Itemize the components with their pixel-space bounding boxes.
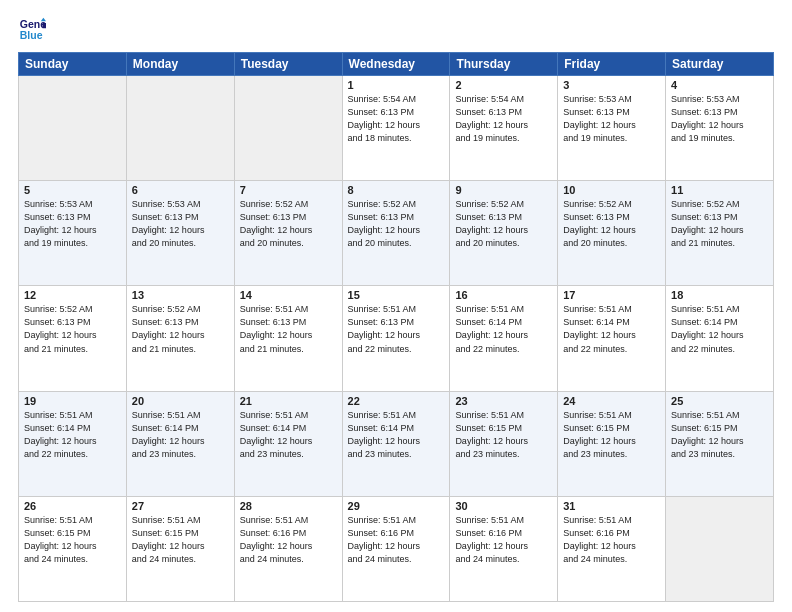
calendar-day-cell: 17Sunrise: 5:51 AM Sunset: 6:14 PM Dayli…	[558, 286, 666, 391]
day-number: 26	[24, 500, 121, 512]
calendar-day-cell: 23Sunrise: 5:51 AM Sunset: 6:15 PM Dayli…	[450, 391, 558, 496]
day-number: 9	[455, 184, 552, 196]
day-info: Sunrise: 5:52 AM Sunset: 6:13 PM Dayligh…	[455, 198, 552, 250]
calendar-day-cell: 1Sunrise: 5:54 AM Sunset: 6:13 PM Daylig…	[342, 76, 450, 181]
day-info: Sunrise: 5:51 AM Sunset: 6:14 PM Dayligh…	[24, 409, 121, 461]
day-info: Sunrise: 5:52 AM Sunset: 6:13 PM Dayligh…	[671, 198, 768, 250]
calendar-week-row: 19Sunrise: 5:51 AM Sunset: 6:14 PM Dayli…	[19, 391, 774, 496]
calendar-day-cell: 19Sunrise: 5:51 AM Sunset: 6:14 PM Dayli…	[19, 391, 127, 496]
day-number: 8	[348, 184, 445, 196]
day-number: 10	[563, 184, 660, 196]
calendar-day-cell: 28Sunrise: 5:51 AM Sunset: 6:16 PM Dayli…	[234, 496, 342, 601]
logo-icon: General Blue	[18, 16, 46, 44]
day-info: Sunrise: 5:54 AM Sunset: 6:13 PM Dayligh…	[455, 93, 552, 145]
calendar-day-cell: 21Sunrise: 5:51 AM Sunset: 6:14 PM Dayli…	[234, 391, 342, 496]
day-number: 28	[240, 500, 337, 512]
weekday-header: Saturday	[666, 53, 774, 76]
day-number: 24	[563, 395, 660, 407]
weekday-header: Monday	[126, 53, 234, 76]
day-number: 1	[348, 79, 445, 91]
calendar-day-cell: 25Sunrise: 5:51 AM Sunset: 6:15 PM Dayli…	[666, 391, 774, 496]
day-info: Sunrise: 5:51 AM Sunset: 6:14 PM Dayligh…	[563, 303, 660, 355]
calendar-day-cell: 18Sunrise: 5:51 AM Sunset: 6:14 PM Dayli…	[666, 286, 774, 391]
day-number: 7	[240, 184, 337, 196]
day-number: 16	[455, 289, 552, 301]
day-number: 2	[455, 79, 552, 91]
calendar-day-cell: 4Sunrise: 5:53 AM Sunset: 6:13 PM Daylig…	[666, 76, 774, 181]
calendar-day-cell: 10Sunrise: 5:52 AM Sunset: 6:13 PM Dayli…	[558, 181, 666, 286]
day-info: Sunrise: 5:51 AM Sunset: 6:15 PM Dayligh…	[24, 514, 121, 566]
day-info: Sunrise: 5:53 AM Sunset: 6:13 PM Dayligh…	[671, 93, 768, 145]
day-number: 22	[348, 395, 445, 407]
calendar-day-cell: 29Sunrise: 5:51 AM Sunset: 6:16 PM Dayli…	[342, 496, 450, 601]
day-number: 6	[132, 184, 229, 196]
calendar-day-cell: 12Sunrise: 5:52 AM Sunset: 6:13 PM Dayli…	[19, 286, 127, 391]
day-info: Sunrise: 5:53 AM Sunset: 6:13 PM Dayligh…	[24, 198, 121, 250]
day-number: 17	[563, 289, 660, 301]
day-number: 3	[563, 79, 660, 91]
calendar-day-cell: 11Sunrise: 5:52 AM Sunset: 6:13 PM Dayli…	[666, 181, 774, 286]
page: General Blue SundayMondayTuesdayWednesda…	[0, 0, 792, 612]
day-info: Sunrise: 5:51 AM Sunset: 6:15 PM Dayligh…	[455, 409, 552, 461]
day-info: Sunrise: 5:53 AM Sunset: 6:13 PM Dayligh…	[132, 198, 229, 250]
day-number: 14	[240, 289, 337, 301]
svg-text:Blue: Blue	[20, 29, 43, 41]
weekday-header: Tuesday	[234, 53, 342, 76]
calendar-week-row: 5Sunrise: 5:53 AM Sunset: 6:13 PM Daylig…	[19, 181, 774, 286]
day-number: 21	[240, 395, 337, 407]
day-info: Sunrise: 5:51 AM Sunset: 6:16 PM Dayligh…	[455, 514, 552, 566]
calendar-day-cell: 7Sunrise: 5:52 AM Sunset: 6:13 PM Daylig…	[234, 181, 342, 286]
calendar-header-row: SundayMondayTuesdayWednesdayThursdayFrid…	[19, 53, 774, 76]
calendar-day-cell: 15Sunrise: 5:51 AM Sunset: 6:13 PM Dayli…	[342, 286, 450, 391]
calendar-day-cell: 3Sunrise: 5:53 AM Sunset: 6:13 PM Daylig…	[558, 76, 666, 181]
calendar-day-cell: 26Sunrise: 5:51 AM Sunset: 6:15 PM Dayli…	[19, 496, 127, 601]
weekday-header: Thursday	[450, 53, 558, 76]
day-number: 19	[24, 395, 121, 407]
calendar-day-cell: 8Sunrise: 5:52 AM Sunset: 6:13 PM Daylig…	[342, 181, 450, 286]
day-number: 15	[348, 289, 445, 301]
calendar-week-row: 1Sunrise: 5:54 AM Sunset: 6:13 PM Daylig…	[19, 76, 774, 181]
calendar-day-cell: 22Sunrise: 5:51 AM Sunset: 6:14 PM Dayli…	[342, 391, 450, 496]
day-number: 23	[455, 395, 552, 407]
day-number: 4	[671, 79, 768, 91]
day-number: 12	[24, 289, 121, 301]
day-info: Sunrise: 5:51 AM Sunset: 6:15 PM Dayligh…	[563, 409, 660, 461]
day-info: Sunrise: 5:51 AM Sunset: 6:13 PM Dayligh…	[240, 303, 337, 355]
day-info: Sunrise: 5:53 AM Sunset: 6:13 PM Dayligh…	[563, 93, 660, 145]
day-number: 31	[563, 500, 660, 512]
day-info: Sunrise: 5:51 AM Sunset: 6:16 PM Dayligh…	[240, 514, 337, 566]
day-info: Sunrise: 5:52 AM Sunset: 6:13 PM Dayligh…	[348, 198, 445, 250]
calendar-day-cell: 9Sunrise: 5:52 AM Sunset: 6:13 PM Daylig…	[450, 181, 558, 286]
day-number: 13	[132, 289, 229, 301]
day-number: 20	[132, 395, 229, 407]
day-number: 11	[671, 184, 768, 196]
calendar-day-cell: 16Sunrise: 5:51 AM Sunset: 6:14 PM Dayli…	[450, 286, 558, 391]
day-info: Sunrise: 5:51 AM Sunset: 6:16 PM Dayligh…	[563, 514, 660, 566]
day-info: Sunrise: 5:51 AM Sunset: 6:16 PM Dayligh…	[348, 514, 445, 566]
calendar-day-cell	[234, 76, 342, 181]
calendar-week-row: 12Sunrise: 5:52 AM Sunset: 6:13 PM Dayli…	[19, 286, 774, 391]
logo: General Blue	[18, 16, 50, 44]
calendar-day-cell: 27Sunrise: 5:51 AM Sunset: 6:15 PM Dayli…	[126, 496, 234, 601]
day-info: Sunrise: 5:52 AM Sunset: 6:13 PM Dayligh…	[240, 198, 337, 250]
calendar-day-cell: 14Sunrise: 5:51 AM Sunset: 6:13 PM Dayli…	[234, 286, 342, 391]
calendar-day-cell: 6Sunrise: 5:53 AM Sunset: 6:13 PM Daylig…	[126, 181, 234, 286]
calendar-day-cell: 2Sunrise: 5:54 AM Sunset: 6:13 PM Daylig…	[450, 76, 558, 181]
day-info: Sunrise: 5:51 AM Sunset: 6:14 PM Dayligh…	[132, 409, 229, 461]
day-info: Sunrise: 5:52 AM Sunset: 6:13 PM Dayligh…	[24, 303, 121, 355]
calendar-day-cell: 20Sunrise: 5:51 AM Sunset: 6:14 PM Dayli…	[126, 391, 234, 496]
day-number: 5	[24, 184, 121, 196]
day-info: Sunrise: 5:51 AM Sunset: 6:14 PM Dayligh…	[671, 303, 768, 355]
day-number: 30	[455, 500, 552, 512]
calendar-day-cell	[666, 496, 774, 601]
calendar-day-cell: 13Sunrise: 5:52 AM Sunset: 6:13 PM Dayli…	[126, 286, 234, 391]
day-info: Sunrise: 5:54 AM Sunset: 6:13 PM Dayligh…	[348, 93, 445, 145]
day-info: Sunrise: 5:52 AM Sunset: 6:13 PM Dayligh…	[132, 303, 229, 355]
weekday-header: Sunday	[19, 53, 127, 76]
calendar-table: SundayMondayTuesdayWednesdayThursdayFrid…	[18, 52, 774, 602]
day-info: Sunrise: 5:52 AM Sunset: 6:13 PM Dayligh…	[563, 198, 660, 250]
calendar-day-cell: 30Sunrise: 5:51 AM Sunset: 6:16 PM Dayli…	[450, 496, 558, 601]
calendar-day-cell: 31Sunrise: 5:51 AM Sunset: 6:16 PM Dayli…	[558, 496, 666, 601]
calendar-day-cell	[19, 76, 127, 181]
day-info: Sunrise: 5:51 AM Sunset: 6:15 PM Dayligh…	[132, 514, 229, 566]
